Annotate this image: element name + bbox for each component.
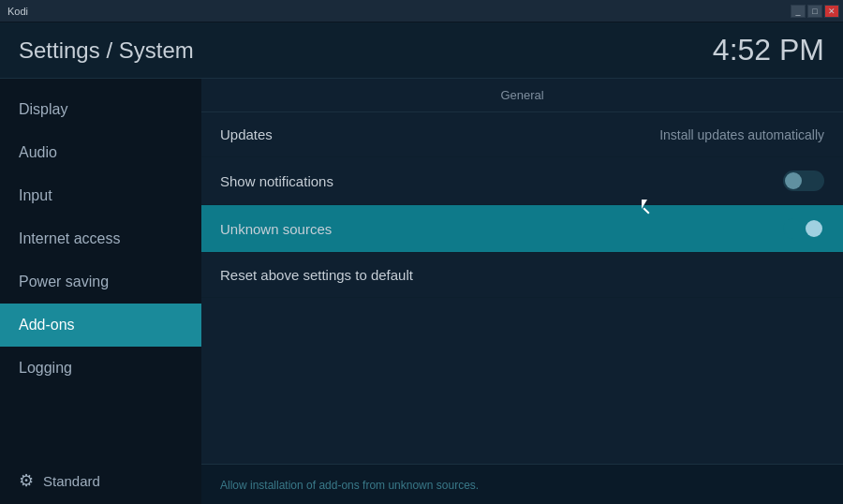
sidebar: Display Audio Input Internet access Powe… (0, 79, 201, 504)
sidebar-item-add-ons[interactable]: Add-ons (0, 304, 201, 347)
unknown-sources-label: Unknown sources (220, 221, 332, 237)
title-bar-text: Kodi (7, 6, 28, 17)
show-notifications-toggle[interactable] (783, 170, 824, 191)
section-header: General (201, 79, 843, 112)
minimize-button[interactable]: _ (791, 5, 806, 18)
setting-row-unknown-sources[interactable]: Unknown sources (201, 205, 843, 253)
updates-value: Install updates automatically (659, 127, 824, 142)
close-button[interactable]: ✕ (824, 5, 839, 18)
reset-label: Reset above settings to default (220, 267, 413, 283)
maximize-button[interactable]: □ (807, 5, 822, 18)
setting-row-updates[interactable]: Updates Install updates automatically (201, 112, 843, 157)
title-bar-controls[interactable]: _ □ ✕ (791, 5, 839, 18)
show-notifications-toggle-knob (785, 172, 802, 189)
gear-icon: ⚙ (19, 470, 34, 491)
unknown-sources-toggle[interactable] (783, 218, 824, 239)
header: Settings / System 4:52 PM (0, 22, 843, 79)
sidebar-item-power-saving[interactable]: Power saving (0, 260, 201, 304)
setting-row-reset[interactable]: Reset above settings to default (201, 253, 843, 298)
sidebar-item-logging[interactable]: Logging (0, 347, 201, 390)
sidebar-item-display[interactable]: Display (0, 88, 201, 131)
clock: 4:52 PM (713, 33, 824, 67)
sidebar-item-input[interactable]: Input (0, 174, 201, 217)
main-layout: Display Audio Input Internet access Powe… (0, 79, 843, 504)
sidebar-item-audio[interactable]: Audio (0, 131, 201, 174)
standard-label: Standard (43, 473, 100, 489)
show-notifications-label: Show notifications (220, 173, 333, 189)
content-area: General Updates Install updates automati… (201, 79, 843, 504)
setting-row-show-notifications[interactable]: Show notifications (201, 157, 843, 205)
content-footer: Allow installation of add-ons from unkno… (201, 464, 843, 504)
page-title: Settings / System (19, 37, 194, 64)
footer-hint: Allow installation of add-ons from unkno… (220, 479, 479, 492)
sidebar-bottom[interactable]: ⚙ Standard (0, 457, 201, 504)
unknown-sources-toggle-knob (806, 220, 822, 237)
updates-label: Updates (220, 126, 273, 142)
settings-list: Updates Install updates automatically Sh… (201, 112, 843, 464)
sidebar-item-internet-access[interactable]: Internet access (0, 217, 201, 260)
title-bar: Kodi _ □ ✕ (0, 0, 843, 22)
